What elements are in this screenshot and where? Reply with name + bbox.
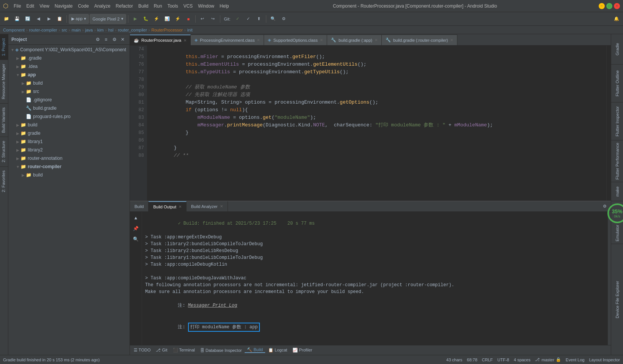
vcs-check-btn[interactable]: ✓	[233, 14, 243, 24]
tree-item-router-compiler-build[interactable]: ▶ 📁 build	[8, 171, 130, 179]
build-tab-build[interactable]: Build	[130, 201, 149, 212]
breadcrumb-init[interactable]: init	[187, 28, 193, 32]
coverage-btn[interactable]: ⚡	[152, 14, 161, 24]
tab-supported-options[interactable]: ◈ SupportedOptions.class ✕	[264, 35, 327, 45]
tree-item-router-annotation[interactable]: ▶ 📁 router-annotation	[8, 154, 130, 162]
project-settings-btn[interactable]: ⚙	[94, 36, 101, 43]
code-content[interactable]: this.mFiler = processingEnvironment.getF…	[147, 46, 606, 201]
build-tab-analyzer-close[interactable]: ✕	[220, 204, 223, 208]
build-tab-output[interactable]: Build Output ✕	[149, 201, 187, 212]
tree-item-app-src[interactable]: ▶ 📁 src	[8, 87, 130, 96]
breadcrumb-kim[interactable]: kim	[97, 28, 104, 32]
bottom-tab-build[interactable]: 🔨 Build	[245, 347, 265, 353]
menu-edit[interactable]: Edit	[24, 3, 36, 9]
menu-view[interactable]: View	[37, 3, 52, 9]
tab-build-gradle-compiler[interactable]: 🔧 build.gradle (:router-compiler) ✕	[382, 35, 457, 45]
bottom-tab-todo[interactable]: ☰ TODO	[131, 348, 153, 353]
tree-item-gitignore[interactable]: ▶ 📄 .gitignore	[8, 96, 130, 104]
bottom-tab-database[interactable]: 🗄 Database Inspector	[198, 348, 244, 353]
save-btn[interactable]: 💾	[12, 14, 22, 24]
recent-files-btn[interactable]: 📋	[55, 14, 65, 24]
tree-item-router-compiler[interactable]: ▼ 📁 router-compiler	[8, 162, 130, 171]
menu-refactor[interactable]: Refactor	[114, 3, 135, 9]
status-event-log[interactable]: Event Log	[566, 358, 585, 362]
bottom-tab-profiler[interactable]: 📈 Profiler	[290, 348, 315, 353]
status-indent[interactable]: 4 spaces	[514, 358, 530, 362]
bottom-tab-git[interactable]: ⎇ Git	[153, 348, 169, 353]
favorites-tab[interactable]: 2: Favorites	[0, 166, 8, 196]
device-dropdown[interactable]: Google Pixel 2 ▾	[90, 14, 126, 24]
status-chars[interactable]: 43 chars	[446, 358, 462, 362]
tab-build-gradle-app[interactable]: 🔧 build.gradle (:app) ✕	[327, 35, 382, 45]
debug-btn[interactable]: 🐛	[141, 14, 151, 24]
tree-item-library1[interactable]: ▶ 📁 library1	[8, 137, 130, 146]
vcs-push-btn[interactable]: ⬆	[254, 14, 264, 24]
menu-code[interactable]: Code	[76, 3, 91, 9]
app-dropdown[interactable]: ▶ app ▾	[69, 14, 89, 24]
tree-item-build-root[interactable]: ▶ 📁 build	[8, 121, 130, 129]
search-everywhere-btn[interactable]: 🔍	[268, 14, 278, 24]
resource-manager-tab[interactable]: Resource Manager	[0, 60, 8, 103]
run-btn[interactable]: ▶	[130, 14, 140, 24]
tab-close-supported-options[interactable]: ✕	[320, 38, 323, 42]
undo-btn[interactable]: ↩	[198, 14, 207, 24]
breadcrumb-src[interactable]: src	[62, 28, 67, 32]
stop-btn[interactable]: ■	[183, 14, 193, 24]
menu-analyze[interactable]: Analyze	[92, 3, 113, 9]
redo-btn[interactable]: ↪	[208, 14, 218, 24]
tree-item-proguard[interactable]: ▶ 📄 proguard-rules.pro	[8, 112, 130, 121]
menu-run[interactable]: Run	[152, 3, 164, 9]
tab-processing-env[interactable]: ◈ ProcessingEnvironment.class ✕	[191, 35, 264, 45]
build-find-btn[interactable]: 🔍	[131, 235, 141, 244]
structure-tab[interactable]: 2: Structure	[0, 137, 8, 166]
flutter-inspector-tab[interactable]: Flutter Inspector	[611, 102, 623, 140]
profile-btn[interactable]: 📊	[162, 14, 172, 24]
minimize-button[interactable]: −	[599, 3, 605, 9]
vcs-update-btn[interactable]: ✓	[244, 14, 253, 24]
bottom-tab-logcat[interactable]: 📋 Logcat	[266, 348, 289, 353]
vcs-btn[interactable]: Git:	[222, 14, 232, 24]
tab-router-processor[interactable]: ☕ RouterProcessor.java ✕	[130, 35, 191, 45]
breadcrumb-router-compiler-pkg[interactable]: router_compiler	[118, 28, 147, 32]
flutter-outline-tab[interactable]: Flutter Outline	[611, 65, 623, 102]
build-settings-btn[interactable]: ⚙	[601, 203, 609, 210]
breadcrumb-component[interactable]: Component	[3, 28, 25, 32]
tree-item-component-root[interactable]: ▼ ◈ Component Y:\002_WorkSpace\001_AS\Co…	[8, 46, 130, 54]
tab-close-build-gradle-compiler[interactable]: ✕	[450, 38, 453, 42]
status-layout-inspector[interactable]: Layout Inspector	[589, 358, 620, 362]
menu-file[interactable]: File	[11, 3, 23, 9]
breadcrumb-router-compiler[interactable]: router-compiler	[29, 28, 57, 32]
close-button[interactable]: ×	[614, 3, 620, 9]
menu-tools[interactable]: Tools	[165, 3, 180, 9]
project-gear-btn[interactable]: ⚙	[111, 36, 118, 43]
tab-close-router-processor[interactable]: ✕	[183, 38, 187, 43]
device-file-tab[interactable]: Device File Explorer	[611, 244, 623, 355]
sync-btn[interactable]: 🔄	[23, 14, 33, 24]
apply-changes-btn[interactable]: ⚡	[173, 14, 183, 24]
tree-item-gradle-hidden[interactable]: ▶ 📁 .gradle	[8, 54, 130, 62]
bottom-tab-terminal[interactable]: ⬛ Terminal	[171, 348, 197, 353]
back-btn[interactable]: ◀	[33, 14, 43, 24]
tree-item-app-build[interactable]: ▶ 📁 build	[8, 79, 130, 87]
breadcrumb-hsl[interactable]: hsl	[108, 28, 114, 32]
tab-close-build-gradle-app[interactable]: ✕	[375, 38, 378, 42]
menu-window[interactable]: Window	[196, 3, 217, 9]
tree-item-gradle[interactable]: ▶ 📁 gradle	[8, 129, 130, 137]
breadcrumb-router-processor[interactable]: RouterProcessor	[152, 28, 183, 32]
status-branch[interactable]: ⎇ master 🔒	[535, 357, 561, 362]
build-variants-tab[interactable]: Build Variants	[0, 103, 8, 137]
status-encoding[interactable]: UTF-8	[497, 358, 509, 362]
tree-item-library2[interactable]: ▶ 📁 library2	[8, 146, 130, 154]
maximize-button[interactable]: □	[606, 3, 612, 9]
build-output[interactable]: ✓ Build: finished at 2021/5/23 17:25 20 …	[142, 212, 608, 345]
emulator-widget[interactable]: 35% 0k/s Emulator	[611, 201, 623, 244]
build-pin-btn[interactable]: 📌	[131, 224, 141, 233]
forward-btn[interactable]: ▶	[44, 14, 54, 24]
gradle-panel-tab[interactable]: Gradle	[611, 34, 623, 65]
build-toggle-btn[interactable]: ▲	[131, 213, 141, 222]
settings-btn[interactable]: ⚙	[279, 14, 289, 24]
project-tab[interactable]: 1: Project	[0, 34, 8, 60]
notifications-btn[interactable]: 🔔	[612, 14, 621, 24]
project-close-btn[interactable]: ✕	[119, 36, 126, 43]
menu-help[interactable]: Help	[217, 3, 231, 9]
